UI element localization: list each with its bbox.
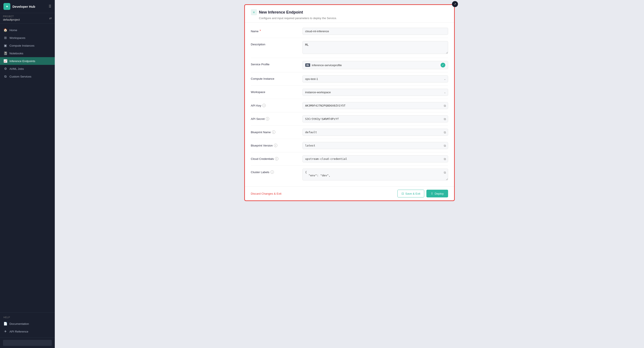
sidebar-item-inference-endpoints[interactable]: 📈 Inference Endpoints (0, 57, 55, 65)
form-row-blueprint-version: Blueprint Version i ⧉ (251, 139, 448, 152)
api-key-info-icon[interactable]: i (262, 104, 266, 107)
modal-footer: Discard Changes & Exit ⊡ Save & Exit ⇧ D… (245, 186, 454, 200)
service-profile-label: Service Profile (251, 61, 298, 66)
description-input[interactable]: ML (302, 41, 448, 54)
compute-instance-select[interactable]: ops-test-1 (302, 76, 448, 82)
service-profile-check: ✓ (440, 63, 445, 68)
inference-icon: 📈 (4, 59, 7, 63)
blueprint-version-info-icon[interactable]: i (274, 144, 277, 147)
cluster-labels-info-icon[interactable]: i (270, 170, 274, 174)
logo-icon: ✦ (4, 3, 10, 10)
main-content: ↗ ≡ New Inference Endpoint Configure and… (55, 0, 644, 348)
grid-icon[interactable]: ⠿ (48, 4, 51, 9)
description-label: Description (251, 41, 298, 46)
blueprint-version-copy-icon[interactable]: ⧉ (444, 144, 446, 147)
home-icon: 🏠 (4, 28, 7, 32)
sidebar-item-label: Inference Endpoints (10, 60, 35, 63)
discard-button[interactable]: Discard Changes & Exit (251, 192, 282, 195)
blueprint-version-label: Blueprint Version i (251, 142, 298, 147)
sidebar-item-label: Home (10, 28, 17, 32)
form-row-api-key: API Key i ⧉ (251, 99, 448, 112)
docs-icon: 📄 (4, 322, 7, 326)
modal-subtitle: Configure and input required parameters … (251, 16, 448, 20)
cloud-credentials-input[interactable] (302, 155, 448, 162)
form-row-service-profile: Service Profile IN inference-serviceprof… (251, 58, 448, 72)
save-icon: ⊡ (402, 192, 404, 195)
compute-icon: ▣ (4, 44, 7, 48)
sidebar-item-label: Custom Services (10, 75, 31, 78)
cloud-credentials-info-icon[interactable]: i (275, 157, 278, 160)
modal-header: ≡ New Inference Endpoint Configure and i… (245, 5, 454, 22)
name-input[interactable] (302, 28, 448, 35)
modal-container: ↗ ≡ New Inference Endpoint Configure and… (244, 4, 455, 201)
user-avatar-bar (3, 340, 52, 346)
sidebar-item-compute-instances[interactable]: ▣ Compute Instances (0, 42, 55, 50)
sidebar-logo: ✦ Developer Hub (4, 3, 35, 10)
cloud-credentials-label: Cloud Credentials i (251, 155, 298, 160)
app-name: Developer Hub (12, 5, 35, 8)
help-section: Help 📄 Documentation ✈ API Reference (0, 312, 55, 338)
blueprint-name-label: Blueprint Name i (251, 129, 298, 134)
form-row-blueprint-name: Blueprint Name i ⧉ (251, 126, 448, 139)
project-label: PROJECT (3, 15, 20, 18)
sidebar-item-label: Compute Instances (10, 44, 34, 47)
sidebar-item-api-reference[interactable]: ✈ API Reference (0, 328, 55, 335)
form-row-cluster-labels: Cluster Labels i { "env": "dev", ⧉ (251, 166, 448, 184)
sidebar-item-workspaces[interactable]: ⊞ Workspaces (0, 34, 55, 42)
sidebar-bottom (0, 338, 55, 348)
workspace-label: Workspace (251, 89, 298, 94)
form-row-description: Description ML (251, 38, 448, 58)
form-row-api-secret: API Secret i ⧉ (251, 112, 448, 126)
workspaces-icon: ⊞ (4, 36, 7, 40)
required-indicator: * (260, 30, 261, 33)
swap-icon[interactable]: ⇄ (49, 16, 52, 20)
compute-instance-label: Compute Instance (251, 76, 298, 80)
project-section: PROJECT defaultproject ⇄ (0, 13, 55, 24)
api-ref-icon: ✈ (4, 330, 7, 334)
cloud-credentials-copy-icon[interactable]: ⧉ (444, 157, 446, 161)
form-row-compute-instance: Compute Instance ops-test-1 ⌄ (251, 72, 448, 86)
form-body: Name * Description ML Service Profile (245, 22, 454, 186)
help-label: Help (0, 315, 55, 320)
corner-indicator: ↗ (452, 1, 458, 7)
api-secret-info-icon[interactable]: i (266, 117, 269, 120)
modal-title-icon: ≡ (251, 9, 257, 15)
blueprint-version-input[interactable] (302, 142, 448, 149)
service-profile-wrapper[interactable]: IN inference-serviceprofile ✓ (302, 61, 448, 69)
blueprint-name-info-icon[interactable]: i (272, 130, 276, 134)
sidebar-item-label: API Reference (10, 330, 28, 333)
blueprint-name-input[interactable] (302, 129, 448, 136)
sidebar-item-label: Workspaces (10, 36, 25, 40)
sidebar-item-custom-services[interactable]: ⧉ Custom Services (0, 72, 55, 80)
sidebar-header: ✦ Developer Hub ⠿ (0, 0, 55, 13)
sidebar-item-home[interactable]: 🏠 Home (0, 26, 55, 34)
project-name: defaultproject (3, 18, 20, 21)
sidebar-item-label: AI/ML Jobs (10, 67, 24, 70)
sidebar-item-aiml-jobs[interactable]: ⚙ AI/ML Jobs (0, 65, 55, 72)
deploy-button[interactable]: ⇧ Deploy (426, 190, 448, 198)
sidebar: ✦ Developer Hub ⠿ PROJECT defaultproject… (0, 0, 55, 348)
api-key-copy-icon[interactable]: ⧉ (444, 104, 446, 108)
workspace-select[interactable]: instance-workspace (302, 89, 448, 96)
sidebar-item-label: Documentation (10, 322, 29, 326)
cluster-labels-copy-icon[interactable]: ⧉ (444, 171, 446, 174)
api-secret-input[interactable] (302, 115, 448, 122)
name-label: Name * (251, 28, 298, 33)
aiml-icon: ⚙ (4, 67, 7, 71)
form-row-name: Name * (251, 25, 448, 38)
api-secret-copy-icon[interactable]: ⧉ (444, 117, 446, 121)
deploy-icon: ⇧ (431, 192, 433, 195)
blueprint-name-copy-icon[interactable]: ⧉ (444, 130, 446, 134)
custom-services-icon: ⧉ (4, 74, 7, 78)
api-key-label: API Key i (251, 102, 298, 107)
save-exit-button[interactable]: ⊡ Save & Exit (398, 190, 424, 198)
service-profile-badge: IN (305, 63, 310, 67)
api-key-input[interactable] (302, 102, 448, 109)
modal-title: New Inference Endpoint (259, 10, 303, 14)
api-secret-label: API Secret i (251, 115, 298, 120)
sidebar-item-notebooks[interactable]: 📓 Notebooks (0, 50, 55, 57)
sidebar-item-documentation[interactable]: 📄 Documentation (0, 320, 55, 328)
cluster-labels-input[interactable]: { "env": "dev", (302, 169, 448, 180)
notebooks-icon: 📓 (4, 51, 7, 55)
form-row-cloud-credentials: Cloud Credentials i ⧉ (251, 152, 448, 166)
